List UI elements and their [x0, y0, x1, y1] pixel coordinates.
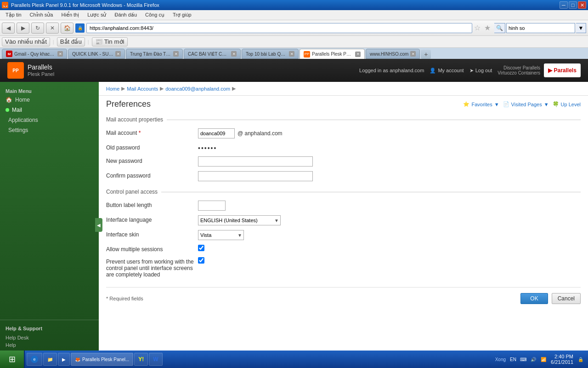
breadcrumb-mail-accounts[interactable]: Mail Accounts [127, 86, 158, 92]
user-icon: 👤 [430, 68, 436, 74]
taskbar-items: e 📁 ▶ 🦊 Parallels Plesk Panel... Y! W [25, 353, 164, 366]
breadcrumb-arrow-1: ▶ [121, 86, 125, 92]
sidebar-item-home[interactable]: 🏠 Home [0, 95, 99, 105]
visited-pages-button[interactable]: 📄 Visited Pages ▼ [503, 101, 549, 107]
visited-pages-icon: 📄 [503, 101, 509, 107]
volume-icon[interactable]: 🔊 [530, 356, 537, 363]
tab-quicklink[interactable]: QUICK LINK - SUPPO... ✕ [68, 49, 125, 59]
ok-button[interactable]: OK [520, 293, 548, 304]
parallels-title: Parallels [28, 63, 54, 71]
taskbar-explorer[interactable]: 📁 [43, 353, 57, 366]
taskbar-yahoo[interactable]: Y! [134, 353, 148, 366]
interface-language-select[interactable]: ENGLISH (United States) [198, 215, 281, 225]
new-password-input[interactable] [198, 156, 313, 167]
taskbar-tray: EN ⌨ 🔊 📶 [509, 356, 547, 363]
tab-baiviet[interactable]: CÁC BÀI VIẾT CÓ GIÁ... ✕ [184, 49, 241, 59]
confirm-password-input[interactable] [198, 171, 313, 181]
breadcrumb-email[interactable]: doanca009@anphaland.com [165, 86, 230, 92]
sidebar-main-menu-label: Main Menu [0, 86, 99, 95]
interface-skin-select[interactable]: Vista [198, 230, 244, 240]
prevent-users-label: Prevent users from working with the cont… [106, 257, 198, 278]
control-panel-section-header: Control panel access [106, 189, 581, 195]
close-button[interactable]: ✕ [578, 1, 586, 9]
tab-close-hinhso[interactable]: ✕ [410, 51, 416, 57]
minimize-button[interactable]: ─ [560, 1, 568, 9]
button-label-length-row: Button label length [106, 201, 581, 211]
tab-close-parallels[interactable]: ✕ [355, 52, 361, 57]
mail-account-username-input[interactable] [198, 128, 235, 138]
header-right: Logged in as anphaland.com 👤 My account … [359, 63, 581, 77]
stop-button[interactable]: ✕ [46, 23, 59, 34]
footer-buttons: OK Cancel [520, 293, 581, 304]
favorites-button[interactable]: ⭐ Favorites ▼ [463, 101, 499, 107]
keyboard-icon[interactable]: ⌨ [520, 356, 527, 363]
tab-trungtam[interactable]: Trung Tâm Đào Tạo ... ✕ [126, 49, 183, 59]
network-icon[interactable]: 📶 [540, 356, 547, 363]
address-input[interactable] [86, 23, 472, 33]
sidebar: Main Menu 🏠 Home Mail Applications Setti… [0, 82, 99, 368]
breadcrumb-home[interactable]: Home [106, 86, 119, 92]
allow-multiple-sessions-checkbox[interactable] [198, 245, 204, 251]
sidebar-item-applications[interactable]: Applications [0, 115, 99, 125]
form-content: Mail account properties Mail account @ a… [99, 111, 588, 310]
bookmark-star-icon[interactable]: ☆ [474, 23, 481, 32]
tab-close-gmail[interactable]: ✕ [57, 51, 63, 57]
ssl-icon: 🔒 [75, 23, 85, 33]
show-desktop-icon[interactable]: 🔒 [577, 356, 584, 363]
log-out-button[interactable]: ➤ Log out [469, 68, 492, 74]
maximize-button[interactable]: □ [569, 1, 577, 9]
allow-multiple-sessions-checkbox-wrap [198, 245, 204, 251]
up-level-button[interactable]: 🍀 Up Level [553, 101, 581, 107]
taskbar-ie[interactable]: e [27, 353, 42, 366]
tab-gmail[interactable]: M Gmail - Quy khach c... ✕ [2, 49, 67, 59]
button-label-length-label: Button label length [106, 201, 198, 208]
prevent-users-checkbox[interactable] [198, 257, 204, 264]
tab-close-trungtam[interactable]: ✕ [173, 51, 179, 57]
search-input[interactable] [506, 23, 575, 33]
new-tab-button[interactable]: + [421, 50, 431, 59]
tab-parallels[interactable]: PP Parallels Plesk Panel... ✕ [300, 49, 365, 59]
back-button[interactable]: ◀ [2, 23, 15, 34]
cancel-button[interactable]: Cancel [552, 293, 581, 304]
sidebar-help-desk[interactable]: Help Desk [6, 334, 93, 341]
menu-hienthi[interactable]: Hiển thị [58, 11, 83, 19]
home-button[interactable]: 🏠 [61, 23, 74, 34]
menu-chinhmenu[interactable]: Chỉnh sửa [26, 11, 57, 19]
tab-close-quicklink[interactable]: ✕ [115, 51, 121, 57]
tab-close-top10[interactable]: ✕ [289, 51, 294, 57]
reload-button[interactable]: ↻ [31, 23, 44, 34]
page-header: Preferences ⭐ Favorites ▼ 📄 Visited Page… [99, 96, 588, 111]
mail-account-label: Mail account [106, 128, 198, 136]
taskbar-media[interactable]: ▶ [58, 353, 70, 366]
tab-hinhso[interactable]: www.HINHSO.com ✕ [366, 49, 420, 59]
menu-luocsu[interactable]: Lược sử [84, 11, 110, 19]
search-go-button[interactable]: ▼ [576, 23, 586, 33]
sidebar-help[interactable]: Help [6, 341, 93, 349]
taskbar-word[interactable]: W [149, 353, 162, 366]
favorites-dropdown-icon: ▼ [494, 102, 499, 107]
sidebar-item-mail[interactable]: Mail [0, 105, 99, 115]
tray-locale[interactable]: EN [509, 356, 517, 363]
bookmark-bat-dau[interactable]: Bắt đầu [57, 37, 85, 46]
start-button[interactable]: ⊞ [0, 351, 25, 368]
menu-taptin[interactable]: Tập tin [2, 11, 25, 19]
bookmark-tin-moi[interactable]: 📰 Tin mới [92, 37, 128, 46]
form-footer: * Required fields OK Cancel [106, 287, 581, 304]
bookmark-star2-icon[interactable]: ★ [484, 23, 491, 32]
button-label-length-input[interactable] [198, 201, 226, 211]
menu-trogiup[interactable]: Trợ giúp [169, 11, 195, 19]
menu-concu[interactable]: Công cụ [141, 11, 168, 19]
menu-danhday[interactable]: Đánh dấu [111, 11, 141, 19]
header-actions: ⭐ Favorites ▼ 📄 Visited Pages ▼ 🍀 Up Lev… [463, 101, 581, 107]
tab-close-baiviet[interactable]: ✕ [231, 51, 237, 57]
my-account-button[interactable]: 👤 My account [430, 68, 464, 74]
sidebar-item-settings[interactable]: Settings [0, 125, 99, 135]
taskbar-firefox[interactable]: 🦊 Parallels Plesk Panel... [71, 353, 133, 366]
bookmark-nhieu-nhat[interactable]: Vào nhiều nhất [2, 37, 50, 46]
mail-account-properties-label: Mail account properties [106, 116, 163, 123]
forward-button[interactable]: ▶ [17, 23, 29, 34]
sidebar-collapse-button[interactable]: ◀ [95, 218, 102, 232]
word-icon: W [153, 356, 158, 362]
prevent-users-checkbox-wrap [198, 257, 204, 264]
tab-top10[interactable]: Top 10 bài Lab Quản ... ✕ [242, 49, 299, 59]
